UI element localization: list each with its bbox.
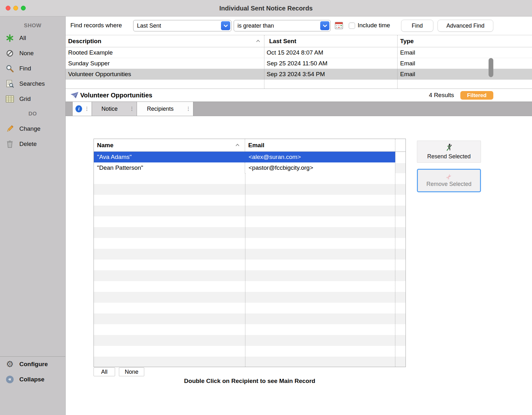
calendar-icon[interactable]	[334, 21, 343, 30]
find-bar: Find records where Last Sent is greater …	[66, 16, 532, 35]
sidebar-item-collapse[interactable]: « Collapse	[0, 372, 65, 387]
tab-menu-dots-icon[interactable]: ⋮	[127, 102, 137, 116]
tab-menu-dots-icon[interactable]: ⋮	[82, 102, 92, 116]
record-last-sent: Sep 25 2024 11:50 AM	[267, 58, 328, 69]
column-divider	[245, 173, 245, 367]
info-icon: i	[75, 105, 82, 112]
detail-title: Volunteer Opportunities	[80, 89, 152, 102]
saved-searches-icon	[5, 79, 15, 88]
tab-bar: i ⋮ Notice ⋮ Recipients ⋮	[66, 102, 532, 116]
sidebar-item-label: Grid	[19, 96, 31, 102]
select-none-button[interactable]: None	[119, 367, 144, 376]
column-header-email[interactable]: Email	[245, 139, 395, 151]
recipient-name: "Dean Patterson"	[94, 162, 245, 173]
tab-label: Notice	[92, 106, 127, 112]
recipients-table: Name Email "Ava Adams" <alex@suran.com>	[94, 139, 406, 367]
none-circle-slash-icon	[5, 49, 15, 58]
tab-menu-dots-icon[interactable]: ⋮	[184, 102, 193, 116]
recipients-table-body: "Ava Adams" <alex@suran.com> "Dean Patte…	[94, 152, 405, 367]
recipient-row-selected[interactable]: "Ava Adams" <alex@suran.com>	[94, 152, 395, 162]
record-row[interactable]: Rooted Example Oct 15 2024 8:07 AM Email	[66, 47, 532, 58]
select-all-button[interactable]: All	[94, 367, 115, 376]
sidebar-item-none[interactable]: None	[0, 46, 65, 61]
record-description: Volunteer Opportunities	[68, 69, 131, 79]
sidebar-item-label: None	[19, 50, 34, 57]
sidebar-item-label: Find	[19, 65, 31, 72]
recipient-email: <alex@suran.com>	[245, 152, 395, 162]
sidebar-item-label: Collapse	[19, 376, 44, 383]
main-area: Find records where Last Sent is greater …	[66, 16, 532, 415]
sidebar: SHOW All None Find Searches	[0, 16, 66, 415]
tab-recipients[interactable]: Recipients ⋮	[137, 102, 193, 116]
records-scrollbar[interactable]	[489, 58, 493, 77]
sidebar-bottom-pad	[0, 387, 65, 415]
sidebar-item-label: All	[19, 35, 26, 42]
magnifier-icon	[5, 64, 15, 73]
operator-select-value: is greater than	[237, 20, 274, 31]
remove-selected-label: Remove Selected	[426, 181, 471, 188]
find-button[interactable]: Find	[401, 20, 433, 32]
record-type: Email	[400, 58, 415, 69]
scissors-icon: ✂	[445, 173, 453, 181]
include-time-checkbox[interactable]	[349, 23, 355, 29]
recipients-table-header: Name Email	[94, 139, 405, 152]
records-table-header: Description Last Sent Type	[66, 35, 532, 47]
column-divider	[397, 35, 398, 89]
filtered-badge[interactable]: Filtered	[460, 91, 493, 100]
recipient-name: "Ava Adams"	[94, 152, 245, 162]
sidebar-item-label: Configure	[19, 361, 48, 368]
column-header-email-label: Email	[248, 142, 264, 148]
tab-notice[interactable]: Notice ⋮	[92, 102, 137, 116]
sidebar-item-searches[interactable]: Searches	[0, 76, 65, 91]
sidebar-item-label: Delete	[19, 141, 37, 148]
info-tab-button[interactable]: i ⋮	[72, 102, 92, 116]
record-last-sent: Oct 15 2024 8:07 AM	[267, 47, 323, 58]
recipients-pane: Name Email "Ava Adams" <alex@suran.com>	[66, 116, 532, 415]
record-description: Sunday Supper	[68, 58, 110, 69]
column-header-last-sent[interactable]: Last Sent	[269, 35, 296, 47]
sidebar-item-label: Change	[19, 125, 41, 132]
sidebar-item-configure[interactable]: ⚙ Configure	[0, 357, 65, 372]
paper-plane-icon	[70, 92, 79, 100]
column-divider	[264, 35, 264, 89]
scrollbar-track-divider	[395, 139, 395, 367]
recipient-email: <pastor@fccbigcity.org>	[245, 162, 395, 173]
column-header-name[interactable]: Name	[94, 139, 245, 151]
sidebar-section-do: DO	[0, 107, 65, 121]
sidebar-item-all[interactable]: All	[0, 30, 65, 46]
detail-section-header: Volunteer Opportunities 4 Results Filter…	[66, 89, 532, 102]
sidebar-item-grid[interactable]: Grid	[0, 91, 65, 107]
record-last-sent: Sep 23 2024 3:54 PM	[267, 69, 325, 79]
gear-icon: ⚙	[5, 360, 15, 369]
remove-selected-button[interactable]: ✂ Remove Selected	[417, 169, 481, 192]
pencil-icon	[5, 124, 15, 133]
sidebar-section-show: SHOW	[0, 21, 65, 30]
record-row[interactable]: Sunday Supper Sep 25 2024 11:50 AM Email	[66, 58, 532, 69]
sidebar-item-find[interactable]: Find	[0, 61, 65, 76]
records-table: Description Last Sent Type Rooted Exampl…	[66, 35, 532, 89]
grid-icon	[5, 95, 15, 103]
titlebar: Individual Sent Notice Records	[0, 0, 532, 16]
record-row-selected[interactable]: Volunteer Opportunities Sep 23 2024 3:54…	[66, 69, 532, 80]
runner-icon	[445, 143, 452, 152]
chevron-down-icon	[221, 21, 230, 30]
advanced-find-button[interactable]: Advanced Find	[438, 20, 493, 32]
chevron-down-icon	[320, 21, 329, 30]
sidebar-item-delete[interactable]: Delete	[0, 136, 65, 152]
resend-selected-button[interactable]: Resend Selected	[417, 141, 481, 163]
tab-label: Recipients	[137, 106, 184, 112]
column-header-description[interactable]: Description	[68, 35, 101, 47]
recipient-row[interactable]: "Dean Patterson" <pastor@fccbigcity.org>	[94, 162, 395, 173]
trash-icon	[5, 140, 15, 148]
sidebar-item-change[interactable]: Change	[0, 121, 65, 136]
column-header-name-label: Name	[97, 142, 114, 148]
field-select[interactable]: Last Sent	[133, 20, 231, 31]
operator-select[interactable]: is greater than	[234, 20, 331, 31]
sidebar-item-label: Searches	[19, 80, 45, 87]
column-header-type[interactable]: Type	[400, 35, 414, 47]
recipient-hint-text: Double Click on Recipient to see Main Re…	[94, 378, 406, 385]
record-type: Email	[400, 47, 415, 58]
resend-selected-label: Resend Selected	[427, 153, 470, 160]
record-type: Email	[400, 69, 415, 79]
find-records-label: Find records where	[70, 22, 122, 29]
